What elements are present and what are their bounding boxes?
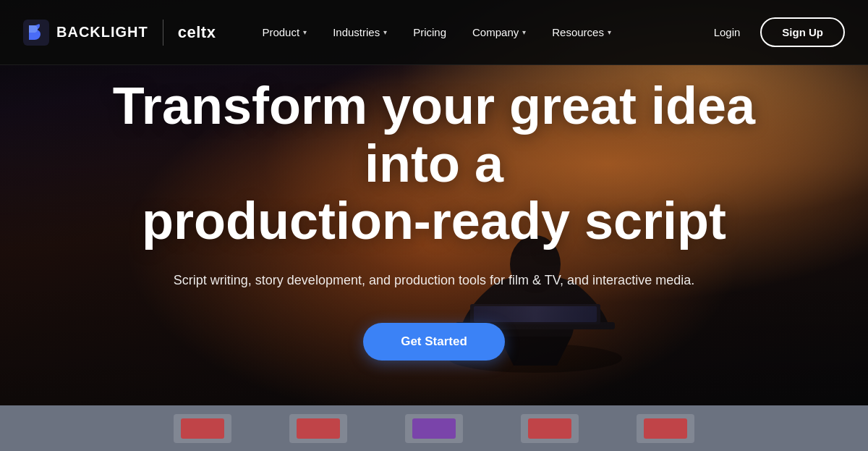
login-button[interactable]: Login [705, 20, 749, 44]
company-label: Company [472, 26, 519, 38]
industries-chevron-icon: ▾ [383, 28, 387, 36]
signup-button[interactable]: Sign Up [760, 17, 845, 47]
backlight-logo[interactable]: BACKLIGHT [23, 20, 148, 46]
resources-label: Resources [552, 26, 604, 38]
resources-chevron-icon: ▾ [608, 28, 611, 36]
product-chevron-icon: ▾ [303, 28, 307, 36]
pricing-label: Pricing [413, 26, 446, 38]
partner-logo-5 [637, 414, 694, 443]
product-label: Product [262, 26, 299, 38]
industries-label: Industries [333, 26, 380, 38]
partner-logo-2 [289, 414, 347, 443]
company-chevron-icon: ▾ [522, 28, 526, 36]
nav-pricing[interactable]: Pricing [401, 20, 458, 44]
hero-title: Transform your great idea into a product… [109, 77, 760, 250]
nav-company[interactable]: Company ▾ [461, 20, 537, 44]
partner-logo-4 [521, 414, 579, 443]
nav-product[interactable]: Product ▾ [250, 20, 318, 44]
navbar: BACKLIGHT celtx Product ▾ Industries ▾ P… [0, 0, 868, 65]
nav-links: Product ▾ Industries ▾ Pricing Company ▾… [250, 20, 705, 44]
celtx-name: celtx [178, 23, 216, 42]
backlight-icon [23, 20, 49, 46]
logo-divider [163, 20, 163, 46]
get-started-button[interactable]: Get Started [363, 323, 505, 361]
nav-right: Login Sign Up [705, 17, 845, 47]
nav-industries[interactable]: Industries ▾ [321, 20, 399, 44]
backlight-name: BACKLIGHT [56, 24, 148, 41]
partner-logo-3 [405, 414, 463, 443]
logo-area: BACKLIGHT celtx [23, 20, 216, 46]
partner-logos-section [0, 405, 868, 451]
nav-resources[interactable]: Resources ▾ [540, 20, 623, 44]
hero-subtitle: Script writing, story development, and p… [174, 270, 694, 291]
partner-logo-1 [174, 414, 231, 443]
